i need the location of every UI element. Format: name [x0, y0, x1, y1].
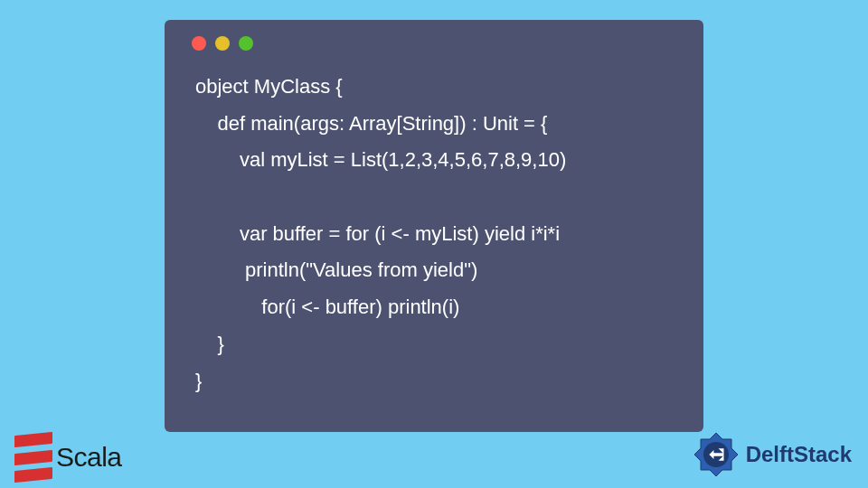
minimize-icon — [215, 36, 230, 51]
scala-icon — [14, 432, 52, 483]
code-block: object MyClass { def main(args: Array[St… — [179, 69, 689, 399]
window-controls — [179, 33, 689, 51]
delftstack-logo: DelftStack — [692, 430, 852, 479]
maximize-icon — [239, 36, 253, 51]
scala-logo: Scala — [14, 434, 122, 481]
delftstack-badge-icon — [692, 430, 741, 479]
delftstack-label: DelftStack — [746, 442, 852, 467]
scala-label: Scala — [56, 442, 122, 473]
code-window: object MyClass { def main(args: Array[St… — [165, 20, 703, 432]
close-icon — [192, 36, 206, 51]
